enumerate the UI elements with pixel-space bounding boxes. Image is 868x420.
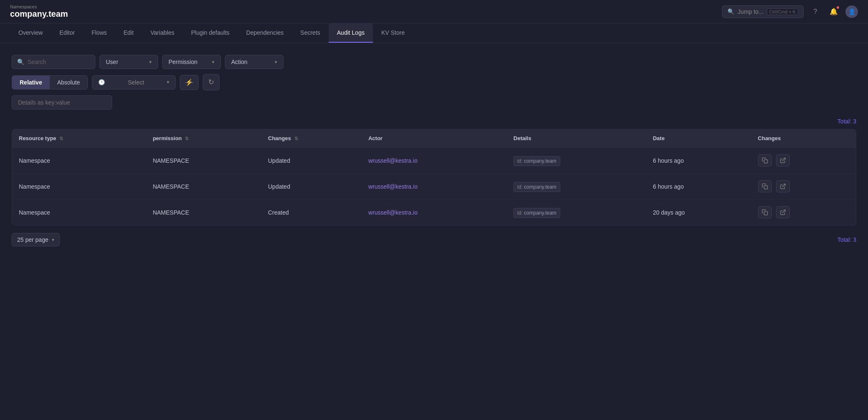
cell-resource-type: Namespace [12, 148, 146, 174]
user-dropdown-label: User [106, 59, 118, 65]
jump-to-button[interactable]: 🔍 Jump to... Ctrl/Cmd + K [722, 5, 804, 18]
tab-plugin-defaults[interactable]: Plugin defaults [183, 23, 238, 43]
cell-permission: NAMESPACE [146, 174, 261, 200]
svg-rect-0 [764, 160, 767, 163]
col-resource-type[interactable]: Resource type ⇅ [12, 129, 146, 148]
actor-link[interactable]: wrussell@kestra.io [368, 209, 418, 216]
clock-icon: 🕐 [98, 79, 105, 85]
cell-actor: wrussell@kestra.io [362, 200, 507, 225]
actor-link[interactable]: wrussell@kestra.io [368, 157, 418, 164]
details-badge: id: company.team [513, 156, 560, 166]
action-icons [758, 206, 849, 218]
copy-button[interactable] [758, 206, 772, 218]
namespace-label: Namespaces [10, 4, 68, 9]
details-badge: id: company.team [513, 208, 560, 218]
time-select-dropdown[interactable]: 🕐 Select ▾ [92, 75, 176, 90]
tab-overview[interactable]: Overview [10, 23, 51, 43]
table-row: Namespace NAMESPACE Created wrussell@kes… [12, 200, 856, 225]
tab-secrets[interactable]: Secrets [292, 23, 328, 43]
table-header-row: Resource type ⇅ permission ⇅ Changes ⇅ A… [12, 129, 856, 148]
details-filter-input[interactable] [12, 95, 112, 110]
cell-resource-type: Namespace [12, 174, 146, 200]
chevron-down-icon: ▾ [149, 59, 152, 65]
action-dropdown[interactable]: Action ▾ [225, 55, 283, 69]
svg-line-1 [782, 158, 785, 161]
cell-date: 6 hours ago [646, 174, 751, 200]
topbar-brand: Namespaces company.team [10, 4, 68, 19]
notifications-button[interactable]: 🔔 [827, 5, 840, 18]
total-count-bottom: Total: 3 [837, 236, 856, 243]
absolute-toggle[interactable]: Absolute [50, 76, 87, 89]
col-changes-actions: Changes [751, 129, 856, 148]
keyboard-shortcut: Ctrl/Cmd + K [767, 8, 798, 15]
audit-logs-table: Resource type ⇅ permission ⇅ Changes ⇅ A… [12, 129, 856, 225]
cell-actions [751, 200, 856, 225]
copy-button[interactable] [758, 154, 772, 166]
col-changes[interactable]: Changes ⇅ [261, 129, 362, 148]
cell-resource-type: Namespace [12, 200, 146, 225]
permission-dropdown[interactable]: Permission ▾ [162, 55, 221, 69]
cell-actor: wrussell@kestra.io [362, 174, 507, 200]
badge-key: id: [517, 158, 524, 164]
copy-button[interactable] [758, 180, 772, 192]
sort-icon: ⇅ [59, 136, 63, 141]
open-external-button[interactable] [776, 180, 790, 192]
tab-edit[interactable]: Edit [115, 23, 142, 43]
svg-line-5 [782, 210, 785, 213]
chevron-down-icon: ▾ [212, 59, 214, 65]
tab-dependencies[interactable]: Dependencies [238, 23, 292, 43]
permission-dropdown-label: Permission [168, 59, 197, 65]
jump-to-label: Jump to... [738, 8, 763, 15]
filter-row-3 [12, 95, 856, 110]
svg-rect-4 [764, 212, 767, 215]
topbar-actions: 🔍 Jump to... Ctrl/Cmd + K ? 🔔 👤 [722, 5, 858, 18]
cell-actor: wrussell@kestra.io [362, 148, 507, 174]
cell-changes: Updated [261, 174, 362, 200]
svg-line-3 [782, 184, 785, 187]
user-dropdown[interactable]: User ▾ [100, 55, 158, 69]
actor-link[interactable]: wrussell@kestra.io [368, 183, 418, 190]
avatar[interactable]: 👤 [845, 5, 858, 18]
cell-details: id: company.team [507, 200, 646, 225]
col-details: Details [507, 129, 646, 148]
action-icons [758, 180, 849, 192]
filter-row-1: 🔍 User ▾ Permission ▾ Action ▾ [12, 55, 856, 69]
svg-rect-2 [764, 186, 767, 189]
tab-audit-logs[interactable]: Audit Logs [329, 23, 373, 43]
tab-flows[interactable]: Flows [83, 23, 115, 43]
refresh-button[interactable]: ↻ [203, 74, 220, 90]
cell-changes: Created [261, 200, 362, 225]
open-external-button[interactable] [776, 154, 790, 166]
col-actor: Actor [362, 129, 507, 148]
chevron-down-icon: ▾ [52, 237, 54, 243]
open-external-button[interactable] [776, 206, 790, 218]
filter-off-button[interactable]: ⚡ [180, 75, 199, 90]
cell-permission: NAMESPACE [146, 148, 261, 174]
table-row: Namespace NAMESPACE Updated wrussell@kes… [12, 148, 856, 174]
total-count-top: Total: 3 [12, 118, 856, 125]
per-page-selector[interactable]: 25 per page ▾ [12, 233, 60, 246]
search-input[interactable] [28, 59, 78, 65]
pagination-bar: 25 per page ▾ Total: 3 [12, 225, 856, 246]
badge-key: id: [517, 184, 524, 190]
search-box[interactable]: 🔍 [12, 55, 95, 69]
tab-editor[interactable]: Editor [51, 23, 83, 43]
col-permission[interactable]: permission ⇅ [146, 129, 261, 148]
time-select-label: Select [128, 79, 144, 86]
per-page-label: 25 per page [17, 236, 49, 243]
tab-kv-store[interactable]: KV Store [373, 23, 413, 43]
search-icon: 🔍 [728, 8, 734, 15]
filter-row-2: Relative Absolute 🕐 Select ▾ ⚡ ↻ [12, 74, 856, 90]
cell-actions [751, 174, 856, 200]
nav-tabs: Overview Editor Flows Edit Variables Plu… [0, 23, 868, 43]
cell-details: id: company.team [507, 148, 646, 174]
time-mode-toggle: Relative Absolute [12, 75, 88, 90]
help-button[interactable]: ? [809, 5, 822, 18]
details-badge: id: company.team [513, 182, 560, 192]
cell-permission: NAMESPACE [146, 200, 261, 225]
tab-variables[interactable]: Variables [142, 23, 183, 43]
relative-toggle[interactable]: Relative [12, 76, 50, 89]
search-icon: 🔍 [17, 59, 24, 65]
cell-actions [751, 148, 856, 174]
workspace-title: company.team [10, 9, 68, 19]
